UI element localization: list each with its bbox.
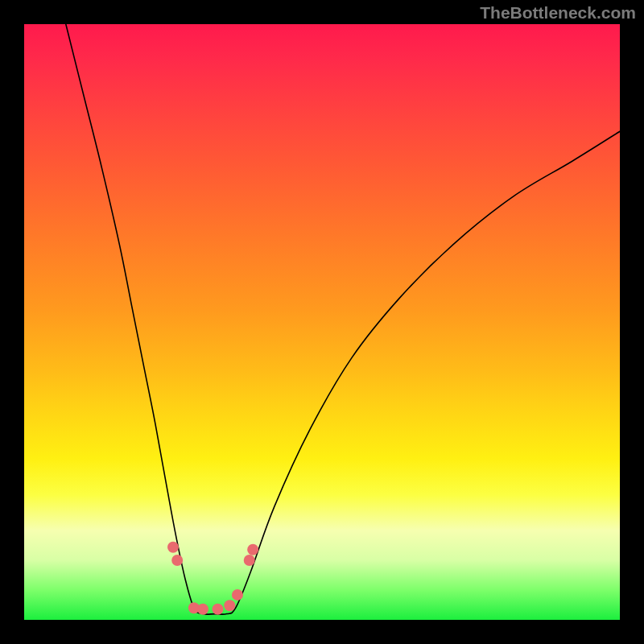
plot-area — [24, 24, 620, 620]
curve-path — [66, 24, 620, 614]
highlight-dot — [247, 544, 258, 555]
highlight-dot — [171, 555, 183, 566]
branding-watermark: TheBottleneck.com — [480, 3, 636, 23]
chart-svg — [24, 24, 620, 620]
chart-stage: TheBottleneck.com — [0, 0, 644, 644]
highlight-dot — [232, 589, 243, 601]
highlight-dot — [213, 604, 224, 615]
highlight-dot — [244, 555, 255, 566]
highlight-dot — [167, 542, 179, 553]
highlight-dot — [224, 600, 235, 611]
highlight-dots — [167, 542, 258, 615]
highlight-dot — [197, 604, 208, 615]
